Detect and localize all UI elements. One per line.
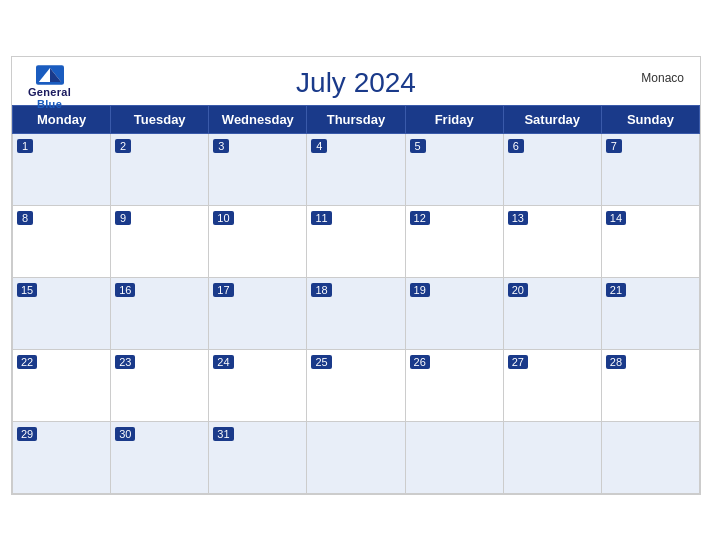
calendar-container: General Blue July 2024 Monaco Monday Tue… bbox=[11, 56, 701, 495]
day-cell: 30 bbox=[111, 421, 209, 493]
week-row-4: 22232425262728 bbox=[13, 349, 700, 421]
day-number: 24 bbox=[213, 355, 233, 369]
week-row-3: 15161718192021 bbox=[13, 277, 700, 349]
day-cell bbox=[405, 421, 503, 493]
day-cell: 9 bbox=[111, 205, 209, 277]
day-number: 1 bbox=[17, 139, 33, 153]
calendar-weekday-header: Monday Tuesday Wednesday Thursday Friday… bbox=[13, 105, 700, 133]
day-cell: 16 bbox=[111, 277, 209, 349]
day-number: 12 bbox=[410, 211, 430, 225]
day-cell bbox=[503, 421, 601, 493]
day-number: 9 bbox=[115, 211, 131, 225]
calendar-title: July 2024 bbox=[296, 67, 416, 99]
day-cell: 6 bbox=[503, 133, 601, 205]
day-cell: 4 bbox=[307, 133, 405, 205]
day-cell: 3 bbox=[209, 133, 307, 205]
day-number: 30 bbox=[115, 427, 135, 441]
day-number: 14 bbox=[606, 211, 626, 225]
weekday-thursday: Thursday bbox=[307, 105, 405, 133]
logo-blue-text: Blue bbox=[37, 98, 62, 110]
day-cell: 31 bbox=[209, 421, 307, 493]
calendar-header: General Blue July 2024 Monaco bbox=[12, 57, 700, 105]
day-number: 2 bbox=[115, 139, 131, 153]
logo-general-text: General bbox=[28, 86, 71, 98]
day-number: 15 bbox=[17, 283, 37, 297]
day-number: 11 bbox=[311, 211, 331, 225]
weekday-friday: Friday bbox=[405, 105, 503, 133]
day-number: 20 bbox=[508, 283, 528, 297]
day-cell: 13 bbox=[503, 205, 601, 277]
day-cell: 7 bbox=[601, 133, 699, 205]
day-cell: 15 bbox=[13, 277, 111, 349]
day-number: 26 bbox=[410, 355, 430, 369]
day-number: 25 bbox=[311, 355, 331, 369]
day-cell: 27 bbox=[503, 349, 601, 421]
day-cell: 12 bbox=[405, 205, 503, 277]
day-cell bbox=[601, 421, 699, 493]
day-cell bbox=[307, 421, 405, 493]
day-number: 31 bbox=[213, 427, 233, 441]
weekday-tuesday: Tuesday bbox=[111, 105, 209, 133]
day-cell: 5 bbox=[405, 133, 503, 205]
day-number: 4 bbox=[311, 139, 327, 153]
day-cell: 17 bbox=[209, 277, 307, 349]
logo-area: General Blue bbox=[28, 65, 71, 110]
weekday-sunday: Sunday bbox=[601, 105, 699, 133]
day-cell: 26 bbox=[405, 349, 503, 421]
weekday-row: Monday Tuesday Wednesday Thursday Friday… bbox=[13, 105, 700, 133]
day-number: 3 bbox=[213, 139, 229, 153]
week-row-5: 293031 bbox=[13, 421, 700, 493]
day-number: 5 bbox=[410, 139, 426, 153]
day-cell: 24 bbox=[209, 349, 307, 421]
day-number: 23 bbox=[115, 355, 135, 369]
week-row-1: 1234567 bbox=[13, 133, 700, 205]
day-cell: 29 bbox=[13, 421, 111, 493]
day-cell: 10 bbox=[209, 205, 307, 277]
weekday-wednesday: Wednesday bbox=[209, 105, 307, 133]
day-number: 21 bbox=[606, 283, 626, 297]
day-number: 6 bbox=[508, 139, 524, 153]
day-number: 29 bbox=[17, 427, 37, 441]
day-number: 17 bbox=[213, 283, 233, 297]
day-number: 16 bbox=[115, 283, 135, 297]
day-cell: 22 bbox=[13, 349, 111, 421]
day-number: 27 bbox=[508, 355, 528, 369]
day-cell: 28 bbox=[601, 349, 699, 421]
day-cell: 20 bbox=[503, 277, 601, 349]
day-number: 19 bbox=[410, 283, 430, 297]
day-cell: 18 bbox=[307, 277, 405, 349]
day-cell: 21 bbox=[601, 277, 699, 349]
day-number: 13 bbox=[508, 211, 528, 225]
weekday-saturday: Saturday bbox=[503, 105, 601, 133]
day-cell: 25 bbox=[307, 349, 405, 421]
day-number: 28 bbox=[606, 355, 626, 369]
day-cell: 8 bbox=[13, 205, 111, 277]
day-number: 7 bbox=[606, 139, 622, 153]
week-row-2: 891011121314 bbox=[13, 205, 700, 277]
day-cell: 2 bbox=[111, 133, 209, 205]
day-number: 18 bbox=[311, 283, 331, 297]
day-number: 22 bbox=[17, 355, 37, 369]
day-cell: 23 bbox=[111, 349, 209, 421]
generalblue-logo-icon bbox=[36, 65, 64, 85]
calendar-grid: Monday Tuesday Wednesday Thursday Friday… bbox=[12, 105, 700, 494]
day-cell: 11 bbox=[307, 205, 405, 277]
country-label: Monaco bbox=[641, 71, 684, 85]
day-cell: 1 bbox=[13, 133, 111, 205]
day-cell: 19 bbox=[405, 277, 503, 349]
day-number: 10 bbox=[213, 211, 233, 225]
day-cell: 14 bbox=[601, 205, 699, 277]
day-number: 8 bbox=[17, 211, 33, 225]
calendar-body: 1234567891011121314151617181920212223242… bbox=[13, 133, 700, 493]
